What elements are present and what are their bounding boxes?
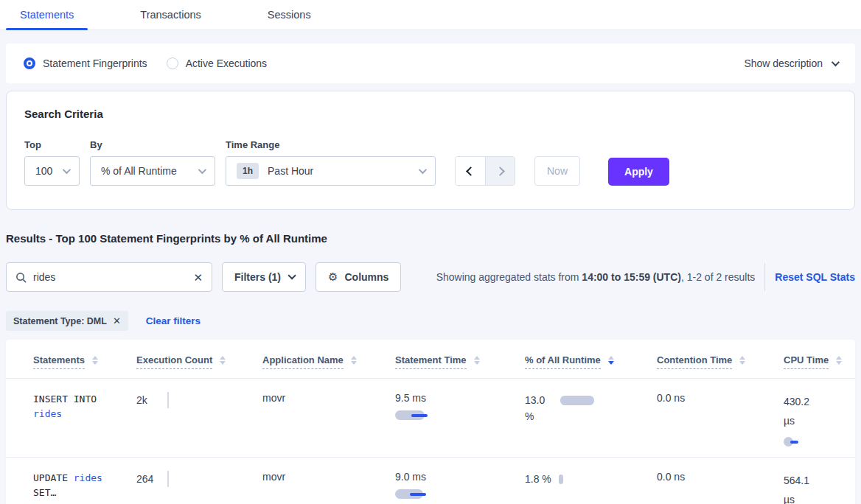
- filters-button-label: Filters (1): [234, 271, 281, 283]
- filter-chip-label: Statement Type: DML: [13, 316, 107, 326]
- statement-cell: UPDATE rides SET…: [33, 471, 136, 500]
- clear-search-icon[interactable]: ✕: [193, 272, 203, 283]
- view-mode-radio-group: Statement Fingerprints Active Executions: [24, 57, 267, 69]
- statement-link[interactable]: rides: [74, 472, 102, 483]
- show-description-toggle[interactable]: Show description: [744, 57, 837, 69]
- top-select[interactable]: 100: [24, 156, 80, 186]
- tab-transactions[interactable]: Transactions: [126, 1, 215, 29]
- chevron-down-icon: [63, 166, 71, 174]
- statement-time-cell: 9.0 ms: [395, 471, 525, 499]
- tab-sessions[interactable]: Sessions: [254, 1, 325, 29]
- pct-runtime-value: 13.0 %: [525, 392, 553, 424]
- top-field: Top 100: [24, 139, 80, 186]
- time-range-select[interactable]: 1h Past Hour: [226, 156, 436, 186]
- application-name-cell: movr: [262, 471, 395, 483]
- column-header-contention-time[interactable]: Contention Time: [657, 354, 784, 378]
- filters-button[interactable]: Filters (1): [222, 262, 306, 292]
- sort-icon: [220, 356, 226, 365]
- search-input[interactable]: [33, 271, 193, 283]
- contention-time-cell: 0.0 ns: [657, 471, 784, 483]
- contention-time-cell: 0.0 ns: [657, 392, 784, 404]
- column-header-cpu-time[interactable]: CPU Time: [784, 354, 855, 378]
- filter-chip-statement-type[interactable]: Statement Type: DML ✕: [6, 311, 128, 331]
- statement-text: SET…: [33, 487, 56, 498]
- chevron-down-icon: [198, 166, 206, 174]
- now-button[interactable]: Now: [534, 156, 580, 186]
- search-criteria-title: Search Criteria: [24, 108, 837, 120]
- sql-activity-tabbar: Statements Transactions Sessions: [0, 0, 861, 30]
- cpu-time-value: 564.1 µs: [784, 471, 818, 504]
- summary-prefix: Showing aggregated stats from: [436, 271, 582, 283]
- summary-suffix: , 1-2 of 2 results: [681, 271, 755, 283]
- sort-icon: [474, 356, 480, 365]
- top-label: Top: [24, 139, 80, 150]
- execution-count-bar: [167, 392, 169, 408]
- column-header-application-name[interactable]: Application Name: [262, 354, 395, 378]
- show-description-label: Show description: [744, 57, 823, 69]
- gear-icon: ⚙: [328, 270, 338, 284]
- execution-count-cell: 264: [136, 471, 262, 487]
- pct-runtime-bar: [559, 475, 563, 484]
- radio-active-executions-label: Active Executions: [186, 57, 268, 69]
- sort-icon: [739, 356, 745, 365]
- execution-count-bar: [167, 471, 169, 487]
- clear-filters-link[interactable]: Clear filters: [146, 315, 201, 326]
- statement-time-bar: [395, 410, 430, 420]
- results-heading: Results - Top 100 Statement Fingerprints…: [6, 232, 855, 245]
- statement-text: INSERT INTO: [33, 393, 97, 405]
- pct-runtime-cell: 1.8 %: [525, 471, 657, 487]
- chevron-right-icon: [495, 167, 505, 176]
- top-select-value: 100: [35, 165, 52, 177]
- search-criteria-card: Search Criteria Top 100 By % of All Runt…: [6, 91, 855, 210]
- view-mode-band: Statement Fingerprints Active Executions…: [6, 43, 855, 83]
- apply-button[interactable]: Apply: [608, 158, 669, 186]
- statement-time-value: 9.0 ms: [395, 471, 516, 483]
- statement-link[interactable]: rides: [33, 408, 62, 419]
- column-header-statements[interactable]: Statements: [33, 354, 136, 378]
- execution-count-value: 2k: [136, 394, 166, 406]
- statement-time-value: 9.5 ms: [395, 392, 516, 404]
- pct-runtime-value: 1.8 %: [525, 471, 551, 487]
- by-field: By % of All Runtime: [90, 139, 215, 186]
- search-icon: [15, 272, 27, 283]
- previous-time-button[interactable]: [456, 157, 485, 185]
- by-select-value: % of All Runtime: [101, 165, 177, 177]
- sort-icon-active-desc: [608, 356, 614, 365]
- column-header-statement-time[interactable]: Statement Time: [395, 354, 525, 378]
- radio-statement-fingerprints[interactable]: Statement Fingerprints: [24, 57, 147, 69]
- search-criteria-form: Top 100 By % of All Runtime Time Range 1…: [24, 139, 837, 186]
- search-box: ✕: [6, 262, 212, 292]
- application-name-cell: movr: [262, 392, 395, 404]
- table-header-row: Statements Execution Count Application N…: [6, 340, 855, 378]
- reset-sql-stats-link[interactable]: Reset SQL Stats: [775, 271, 855, 283]
- column-header-execution-count[interactable]: Execution Count: [136, 354, 262, 378]
- chevron-down-icon: [287, 271, 296, 279]
- next-time-button[interactable]: [485, 157, 515, 185]
- radio-selected-icon: [24, 57, 35, 69]
- columns-button[interactable]: ⚙ Columns: [316, 262, 401, 292]
- pct-runtime-cell: 13.0 %: [525, 392, 657, 424]
- statement-text: UPDATE: [33, 472, 68, 483]
- by-select[interactable]: % of All Runtime: [90, 156, 215, 186]
- execution-count-cell: 2k: [136, 392, 262, 408]
- radio-statement-fingerprints-label: Statement Fingerprints: [43, 57, 147, 69]
- vertical-divider: [764, 263, 765, 291]
- column-header-pct-runtime[interactable]: % of All Runtime: [525, 354, 657, 378]
- cpu-time-bar: [784, 437, 801, 447]
- tab-statements[interactable]: Statements: [6, 1, 88, 29]
- summary-time-range: 14:00 to 15:59 (UTC): [582, 271, 681, 283]
- results-summary: Showing aggregated stats from 14:00 to 1…: [436, 271, 756, 283]
- columns-button-label: Columns: [344, 271, 388, 283]
- radio-active-executions[interactable]: Active Executions: [167, 57, 268, 69]
- time-nav-group: [455, 156, 515, 186]
- chevron-down-icon: [419, 166, 427, 174]
- chevron-down-icon: [832, 58, 840, 66]
- table-row: UPDATE rides SET… 264 movr 9.0 ms 1.8 % …: [6, 457, 855, 504]
- time-range-value: Past Hour: [268, 165, 313, 177]
- statement-time-bar: [395, 489, 430, 499]
- statement-time-cell: 9.5 ms: [395, 392, 525, 420]
- sort-icon: [351, 356, 357, 365]
- radio-unselected-icon: [167, 57, 178, 69]
- remove-filter-icon[interactable]: ✕: [113, 315, 121, 326]
- table-row: INSERT INTO rides 2k movr 9.5 ms 13.0 % …: [6, 378, 855, 457]
